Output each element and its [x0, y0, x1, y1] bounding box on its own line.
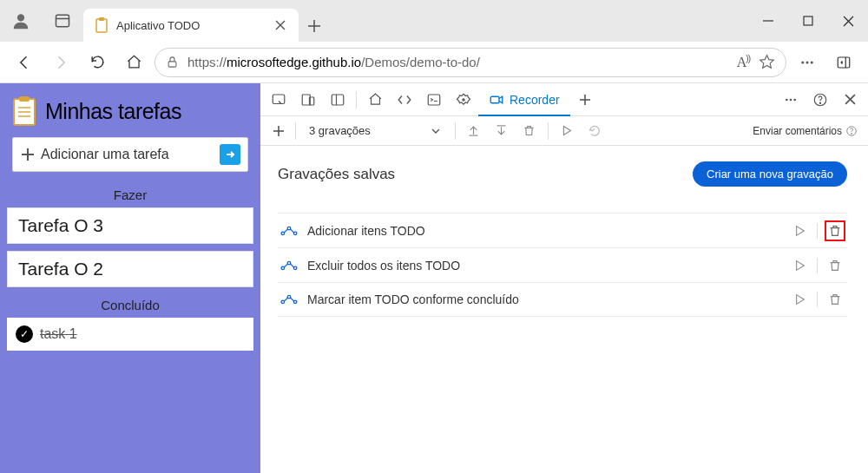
play-icon[interactable] [554, 118, 580, 144]
forward-button[interactable] [45, 47, 76, 78]
svg-point-0 [17, 14, 24, 21]
clipboard-icon [12, 95, 36, 127]
recordings-list: Adicionar itens TODO Excluir todos os it… [278, 213, 847, 317]
device-toggle-icon[interactable] [293, 85, 323, 115]
window-controls [748, 0, 868, 42]
sidebar-toggle-button[interactable] [828, 47, 859, 78]
play-recording-button[interactable] [789, 289, 810, 310]
recording-name: Adicionar itens TODO [307, 224, 780, 238]
task-text: Tarefa O 2 [18, 259, 103, 279]
tab-close-button[interactable] [271, 16, 290, 35]
task-done-text: task 1 [40, 326, 77, 342]
create-new-recording-button[interactable]: Criar uma nova gravação [693, 161, 847, 187]
add-recording-icon[interactable] [267, 116, 290, 146]
devtools-more-icon[interactable] [776, 85, 806, 115]
favorite-star-button[interactable] [759, 54, 775, 70]
svg-point-40 [819, 102, 820, 103]
workspaces-button[interactable] [42, 0, 83, 42]
recording-row[interactable]: Adicionar itens TODO [278, 213, 847, 247]
recorder-tab-label: Recorder [510, 93, 560, 107]
inspect-element-icon[interactable] [264, 85, 293, 115]
svg-rect-13 [168, 62, 176, 67]
task-item[interactable]: Tarefa O 3 [7, 207, 253, 244]
play-recording-button[interactable] [789, 255, 810, 276]
svg-rect-1 [56, 15, 69, 26]
back-button[interactable] [9, 47, 40, 78]
close-window-button[interactable] [828, 0, 868, 42]
minimize-button[interactable] [748, 0, 788, 42]
delete-recording-button[interactable] [825, 289, 845, 310]
feedback-link[interactable]: Enviar comentários [753, 125, 861, 137]
svg-rect-4 [99, 17, 104, 21]
sources-tab-icon[interactable] [449, 85, 478, 115]
task-done-item[interactable]: ✓ task 1 [7, 318, 253, 351]
console-tab-icon[interactable] [419, 85, 449, 115]
svg-rect-17 [838, 57, 850, 68]
devtools-help-icon[interactable] [806, 85, 835, 115]
add-task-label: Adicionar uma tarefa [41, 147, 214, 162]
recorder-toolbar: 3 gravações Enviar comentários [260, 116, 868, 146]
tab-favicon [94, 17, 109, 33]
svg-rect-3 [96, 19, 107, 32]
refresh-button[interactable] [82, 47, 113, 78]
browser-toolbar: https://microsoftedge.github.io/Demos/de… [0, 42, 868, 83]
export-icon[interactable] [461, 118, 487, 144]
svg-rect-27 [302, 95, 310, 105]
recording-row[interactable]: Excluir todos os itens TODO [278, 247, 847, 282]
profile-button[interactable] [0, 0, 42, 42]
flow-icon [279, 293, 299, 305]
svg-rect-10 [804, 16, 812, 25]
more-tabs-button[interactable] [570, 85, 600, 115]
settings-menu-button[interactable] [792, 47, 823, 78]
svg-rect-26 [273, 95, 285, 104]
svg-point-32 [463, 98, 464, 100]
read-aloud-button[interactable]: A)) [737, 54, 750, 70]
svg-rect-31 [428, 95, 440, 105]
delete-recording-button[interactable] [825, 255, 845, 276]
import-icon[interactable] [489, 118, 515, 144]
new-tab-button[interactable] [299, 10, 330, 42]
add-task-row[interactable]: Adicionar uma tarefa [12, 137, 248, 172]
welcome-tab-icon[interactable] [360, 85, 390, 115]
recording-name: Excluir todos os itens TODO [307, 259, 780, 273]
svg-rect-33 [490, 96, 499, 103]
recordings-dropdown[interactable]: 3 gravações [301, 120, 450, 142]
svg-point-48 [852, 133, 852, 134]
delete-icon[interactable] [516, 118, 542, 144]
plus-icon [20, 147, 36, 162]
recording-row[interactable]: Marcar item TODO conforme concluído [278, 282, 847, 317]
create-new-recording-label: Criar uma nova gravação [707, 168, 833, 181]
tab-title: Aplicativo TODO [116, 19, 264, 32]
svg-point-38 [793, 98, 796, 101]
section-done-label: Concluído [0, 294, 260, 318]
play-recording-button[interactable] [789, 220, 810, 241]
chevron-down-icon [431, 127, 440, 135]
home-button[interactable] [118, 47, 149, 78]
elements-tab-icon[interactable] [390, 85, 419, 115]
svg-point-37 [790, 98, 792, 101]
feedback-label: Enviar comentários [753, 125, 842, 137]
svg-point-14 [801, 61, 804, 63]
recording-name: Marcar item TODO conforme concluído [307, 292, 780, 306]
devtools-tab-bar: Recorder [260, 83, 868, 116]
browser-tab[interactable]: Aplicativo TODO [83, 9, 299, 42]
maximize-button[interactable] [788, 0, 828, 42]
camera-icon [489, 92, 504, 108]
flow-icon [279, 259, 299, 272]
devtools-close-icon[interactable] [835, 85, 865, 115]
flow-icon [279, 225, 299, 237]
recorder-tab[interactable]: Recorder [478, 84, 570, 115]
url-text: https://microsoftedge.github.io/Demos/de… [187, 55, 728, 69]
help-icon [845, 125, 858, 137]
task-item[interactable]: Tarefa O 2 [7, 251, 253, 287]
panel-layout-icon[interactable] [323, 85, 352, 115]
delete-recording-button[interactable] [825, 220, 845, 241]
check-circle-icon: ✓ [16, 325, 33, 343]
todo-header: Minhas tarefas [0, 83, 260, 137]
address-bar[interactable]: https://microsoftedge.github.io/Demos/de… [155, 48, 786, 77]
svg-rect-29 [332, 95, 344, 105]
section-todo-label: Fazer [0, 184, 260, 207]
add-task-submit-button[interactable] [220, 144, 240, 165]
step-icon[interactable] [582, 118, 608, 144]
todo-app-title: Minhas tarefas [45, 99, 181, 124]
